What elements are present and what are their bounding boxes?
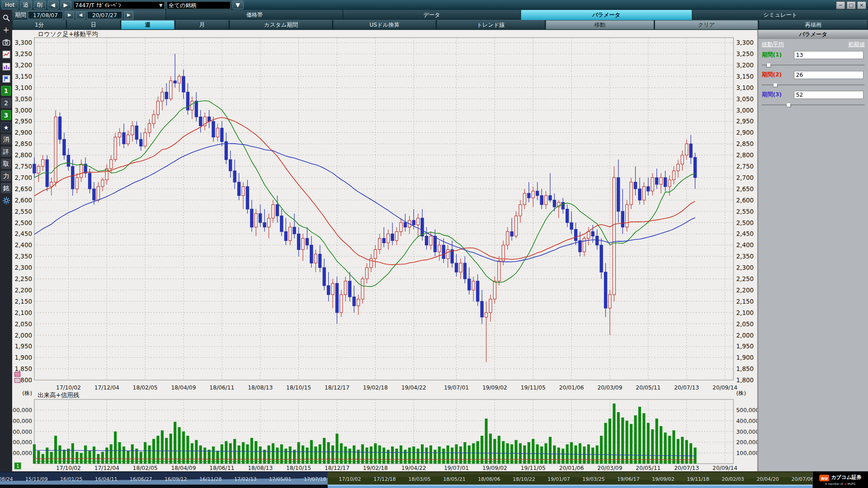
date-from-next-button[interactable]: ▶ (65, 11, 74, 19)
preset-2-button[interactable]: 2 (1, 98, 11, 108)
slider-track (762, 104, 865, 105)
svg-text:18/02/05: 18/02/05 (133, 385, 158, 391)
date-to-next-button[interactable]: ▶ (124, 11, 133, 19)
svg-text:2,350: 2,350 (15, 253, 33, 260)
svg-text:2,500: 2,500 (15, 220, 33, 226)
svg-text:18/02/05: 18/02/05 (133, 465, 158, 471)
maximize-button[interactable]: □ (846, 1, 856, 9)
svg-text:16/01/25: 16/01/25 (60, 476, 82, 482)
date-from-input[interactable]: 17/08/07 (28, 11, 63, 19)
settings-gear-icon[interactable] (1, 195, 11, 205)
period-1-slider[interactable] (762, 62, 865, 68)
svg-text:2,300: 2,300 (15, 264, 33, 271)
snapshot-camera-icon[interactable] (1, 37, 11, 47)
period-controls: 期間 17/08/07 ▶ ◀ 20/07/27 ▶ (12, 10, 166, 20)
svg-text:2,900: 2,900 (15, 129, 33, 136)
date-to-prev-button[interactable]: ◀ (76, 11, 85, 19)
slider-thumb[interactable] (786, 103, 791, 108)
period-2-input[interactable]: 26 (794, 71, 863, 79)
svg-text:2,400: 2,400 (736, 242, 754, 249)
move-button[interactable]: 移動 (545, 20, 654, 30)
period-2-slider[interactable] (762, 82, 865, 88)
svg-text:3,000: 3,000 (15, 107, 33, 114)
tf-daily-button[interactable]: 日 (66, 20, 121, 30)
tab-price-band[interactable]: 価格帯 (165, 10, 343, 20)
close-button[interactable]: × (857, 1, 867, 9)
svg-text:3,050: 3,050 (15, 96, 33, 103)
flag-icon[interactable] (1, 74, 11, 84)
tf-monthly-button[interactable]: 月 (175, 20, 229, 30)
preset-1-button[interactable]: 1 (1, 86, 11, 96)
custom-period-button[interactable]: カスタム期間 (229, 20, 333, 30)
usd-convert-button[interactable]: USドル換算 (333, 20, 436, 30)
power-button[interactable]: 力 (1, 171, 11, 181)
chart-type-purple-icon[interactable] (1, 61, 11, 71)
period-3-input[interactable]: 52 (794, 91, 863, 99)
symbol-back-button[interactable]: ◀ (47, 0, 58, 9)
svg-text:300,000: 300,000 (736, 429, 758, 435)
svg-text:18/08/13: 18/08/13 (248, 385, 273, 391)
svg-text:2,250: 2,250 (15, 276, 33, 282)
moving-average-group-label[interactable]: 移動平均 (762, 40, 784, 48)
svg-text:18/10/15: 18/10/15 (286, 465, 311, 471)
trade-button[interactable]: 取 (1, 159, 11, 169)
search-icon[interactable] (1, 13, 11, 23)
trend-line-button[interactable]: トレンド線 (436, 20, 545, 30)
slider-thumb[interactable] (766, 62, 771, 67)
svg-text:18/08/13: 18/08/13 (248, 465, 273, 471)
chevron-down-icon[interactable]: ▼ (159, 1, 163, 9)
period-bar: 期間 17/08/07 ▶ ◀ 20/07/27 ▶ 価格帯 データ パラメータ… (12, 10, 868, 20)
tf-weekly-button[interactable]: 週 (121, 20, 175, 30)
svg-text:2,050: 2,050 (15, 321, 33, 328)
svg-text:19/02/18: 19/02/18 (363, 465, 388, 471)
svg-text:300,000: 300,000 (12, 429, 32, 435)
tab-parameters[interactable]: パラメータ (520, 10, 692, 20)
svg-text:20/01/06: 20/01/06 (559, 385, 584, 391)
pane-tool-icon-1[interactable] (14, 372, 20, 377)
filter-dropdown-button[interactable]: ▼ (232, 0, 243, 9)
symbol-forward-button[interactable]: ▶ (60, 0, 71, 9)
chart-type-red-icon[interactable] (1, 49, 11, 59)
price-volume-chart[interactable]: ロウソク足+移動平均出来高+信用残(株)(株)1,8001,8001,8501,… (12, 30, 757, 471)
period-1-input[interactable]: 13 (794, 51, 863, 59)
svg-text:2,650: 2,650 (15, 186, 33, 192)
symbol-list-button[interactable]: 銘 (1, 183, 11, 193)
slider-thumb[interactable] (773, 82, 778, 87)
crosshair-icon[interactable]: + (1, 25, 11, 35)
period-3-slider[interactable] (762, 103, 865, 108)
slider-track (762, 65, 865, 65)
date-to-input[interactable]: 20/07/27 (87, 11, 122, 19)
window-controls: ─ □ × (836, 1, 866, 9)
volume-pane-badge[interactable]: 1 (14, 463, 21, 469)
detail-button[interactable]: 詳 (1, 146, 11, 156)
pane-tool-icon-2[interactable] (14, 378, 20, 383)
symbol-filter-select[interactable]: 全ての銘柄 (166, 1, 231, 9)
svg-text:20/07/06: 20/07/06 (791, 476, 813, 482)
svg-text:1,850: 1,850 (736, 366, 754, 372)
favorite-star-icon[interactable]: ★ (1, 122, 11, 132)
tab-simulate[interactable]: シミュレート (692, 10, 868, 20)
tab-data[interactable]: データ (343, 10, 520, 20)
svg-text:400,000: 400,000 (12, 418, 32, 424)
delete-button[interactable]: 削 (33, 0, 46, 9)
symbol-input[interactable]: 7447/T ﾅｶﾞｲﾚｰﾍﾞﾝ ▼ (73, 1, 165, 9)
svg-text:2,100: 2,100 (736, 310, 754, 316)
svg-text:2,950: 2,950 (15, 118, 33, 125)
redraw-button[interactable]: 再描画 (759, 20, 868, 30)
erase-button[interactable]: 消 (1, 135, 11, 145)
svg-text:18/06/11: 18/06/11 (209, 465, 234, 471)
minimize-button[interactable]: ─ (836, 1, 845, 9)
initial-value-button[interactable]: 初期値 (848, 40, 865, 48)
svg-text:1,900: 1,900 (736, 354, 754, 361)
symbol-input-value: 7447/T ﾅｶﾞｲﾚｰﾍﾞﾝ (75, 1, 121, 9)
hot-button[interactable]: Hot (2, 0, 18, 9)
timeline-navigator[interactable]: 15/08/2415/11/0916/01/2516/04/1116/06/27… (0, 471, 868, 488)
add-button[interactable]: 追 (20, 0, 32, 9)
svg-text:500,000: 500,000 (736, 407, 758, 413)
svg-text:19/01/07: 19/01/07 (547, 476, 570, 482)
tf-1min-button[interactable]: 1分 (12, 20, 66, 30)
preset-3-button[interactable]: 3 (1, 110, 11, 120)
svg-text:3,150: 3,150 (15, 73, 33, 80)
svg-text:17/05/01: 17/05/01 (269, 476, 291, 482)
clear-button[interactable]: クリア (654, 20, 758, 30)
